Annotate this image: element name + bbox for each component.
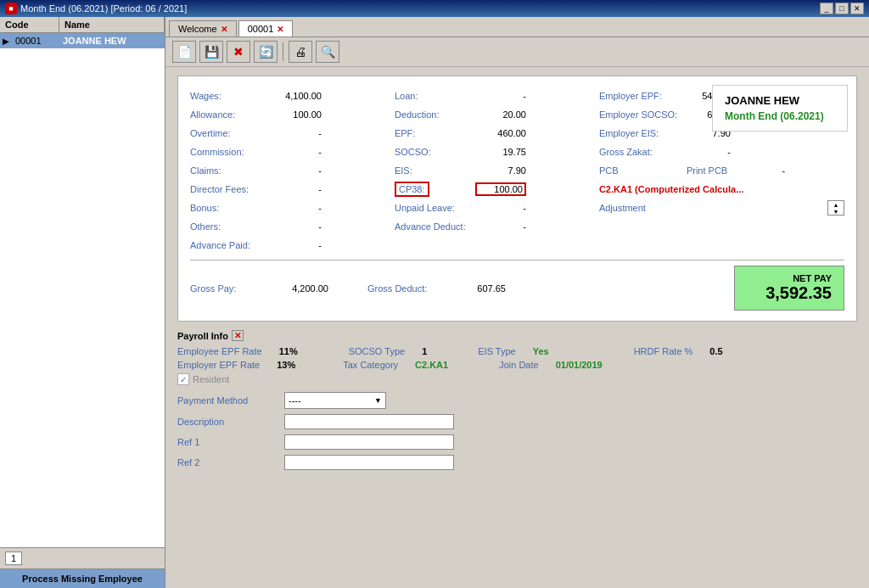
allowance-label: Allowance: (190, 109, 271, 120)
gross-zakat-row: Gross Zakat: - (599, 143, 844, 161)
adjustment-spinner[interactable]: ▲ ▼ (827, 200, 844, 216)
overtime-row: Overtime: - (190, 124, 395, 143)
join-date-label: Join Date (499, 360, 538, 370)
advance-paid-label: Advance Paid: (190, 240, 271, 250)
ref2-label: Ref 2 (177, 457, 279, 468)
restore-button[interactable]: □ (835, 3, 849, 14)
join-date-value: 01/01/2019 (556, 360, 603, 370)
pcb-label[interactable]: PCB (599, 165, 680, 176)
payment-method-value: ---- (289, 395, 301, 406)
advance-deduct-label: Advance Deduct: (395, 221, 475, 232)
col-header-code[interactable]: Code (0, 17, 59, 32)
payroll-info-row1: Employee EPF Rate 11% SOCSO Type 1 EIS T… (177, 346, 857, 356)
spinner-up-icon[interactable]: ▲ (833, 202, 839, 208)
allowance-row: Allowance: 100.00 (190, 105, 395, 124)
cancel-button[interactable]: ✖ (227, 41, 250, 63)
deduction-row: Deduction: 20.00 (395, 105, 599, 124)
minimize-button[interactable]: _ (820, 3, 833, 14)
process-missing-button[interactable]: Process Missing Employee (0, 568, 165, 588)
payroll-separator (190, 260, 844, 260)
socso-type-label: SOCSO Type (349, 346, 405, 356)
socso-value: 19.75 (475, 147, 526, 157)
eis-label: EIS: (395, 165, 475, 176)
employer-epf-label: Employer EPF: (599, 91, 680, 101)
save-button[interactable]: 💾 (199, 41, 223, 63)
c2ka1-row: C2.KA1 (Computerized Calcula... (599, 180, 844, 199)
title-bar: ■ Month End (06.2021) [Period: 06 / 2021… (0, 0, 869, 17)
claims-value: - (271, 165, 322, 176)
left-panel-footer: 1 (0, 547, 165, 568)
socso-type-value: 1 (422, 346, 427, 356)
payroll-info-header: Payroll Info ✕ (177, 330, 857, 341)
tax-category-label: Tax Category (343, 360, 398, 370)
net-pay-amount: 3,592.35 (747, 283, 832, 303)
pcb-value: - (734, 165, 785, 176)
emp-epf-rate-value: 11% (279, 346, 298, 356)
unpaid-leave-label: Unpaid Leave: (395, 203, 475, 213)
unpaid-leave-row: Unpaid Leave: - (395, 199, 599, 217)
net-pay-box: NET PAY 3,592.35 (734, 266, 844, 311)
main-content: JOANNE HEW Month End (06.2021) Wages: 4,… (165, 67, 869, 588)
emp-info-period: Month End (06.2021) (725, 110, 835, 122)
tab-welcome-close[interactable]: ✕ (221, 25, 227, 34)
advance-deduct-row: Advance Deduct: - (395, 217, 599, 236)
preview-button[interactable]: 🔍 (316, 41, 339, 63)
new-button[interactable]: 📄 (172, 41, 196, 63)
claims-row: Claims: - (190, 161, 395, 180)
print-button[interactable]: 🖨 (289, 41, 312, 63)
title-bar-controls: _ □ ✕ (820, 3, 864, 14)
gross-pay-value: 4,200.00 (278, 283, 328, 294)
bonus-value: - (271, 203, 322, 213)
transfer-button[interactable]: 🔄 (254, 41, 278, 63)
others-value: - (271, 221, 322, 232)
tab-welcome[interactable]: Welcome ✕ (169, 20, 237, 36)
cp38-label: CP38: (395, 182, 475, 197)
payroll-info-close[interactable]: ✕ (232, 330, 244, 341)
director-fees-label: Director Fees: (190, 184, 271, 194)
allowance-value: 100.00 (271, 109, 322, 120)
description-input[interactable] (284, 414, 454, 429)
commission-value: - (271, 147, 322, 157)
cp38-row: CP38: 100.00 (395, 180, 599, 199)
others-label: Others: (190, 221, 271, 232)
main-window: ■ Month End (06.2021) [Period: 06 / 2021… (0, 0, 869, 588)
resident-checkbox[interactable]: ✓ (177, 373, 189, 385)
title-bar-text: Month End (06.2021) [Period: 06 / 2021] (20, 3, 187, 14)
bonus-label: Bonus: (190, 203, 271, 213)
overtime-label: Overtime: (190, 128, 271, 138)
others-row: Others: - (190, 217, 395, 236)
gross-deduct-value: 607.65 (455, 283, 506, 294)
cp38-label-highlight: CP38: (395, 182, 429, 197)
advance-paid-row: Advance Paid: - (190, 236, 395, 255)
gross-pay-label: Gross Pay: (190, 283, 271, 294)
employee-code: 00001 (12, 33, 59, 48)
tab-record[interactable]: 00001 ✕ (238, 20, 294, 36)
employee-info-box: JOANNE HEW Month End (06.2021) (712, 85, 848, 132)
overtime-value: - (271, 128, 322, 138)
print-pcb-label[interactable]: Print PCB (687, 165, 727, 176)
left-panel: Code Name ▶ 00001 JOANNE HEW 1 Process M… (0, 17, 165, 588)
payment-method-select[interactable]: ---- ▼ (284, 392, 386, 409)
epf-label: EPF: (395, 128, 475, 138)
gross-row: Gross Pay: 4,200.00 Gross Deduct: 607.65… (190, 266, 844, 311)
close-button[interactable]: ✕ (850, 3, 864, 14)
commission-label: Commission: (190, 147, 271, 157)
description-label: Description (177, 417, 279, 427)
bonus-row: Bonus: - (190, 199, 395, 217)
adjustment-label: Adjustment (599, 203, 680, 213)
spinner-down-icon[interactable]: ▼ (833, 209, 839, 215)
col-header-name[interactable]: Name (59, 17, 165, 32)
tab-record-close[interactable]: ✕ (277, 25, 283, 34)
claims-label: Claims: (190, 165, 271, 176)
wages-label: Wages: (190, 91, 271, 101)
payment-method-arrow: ▼ (374, 396, 382, 405)
loan-row: Loan: - (395, 87, 599, 105)
ref2-input[interactable] (284, 455, 454, 470)
payroll-mid-col: Loan: - Deduction: 20.00 EPF: 460.00 (395, 87, 599, 255)
c2ka1-label[interactable]: C2.KA1 (Computerized Calcula... (599, 184, 744, 194)
toolbar: 📄 💾 ✖ 🔄 🖨 🔍 (165, 37, 869, 67)
employee-row[interactable]: ▶ 00001 JOANNE HEW (0, 33, 165, 48)
ref1-input[interactable] (284, 434, 454, 450)
gross-zakat-value: - (680, 147, 731, 157)
right-panel: Welcome ✕ 00001 ✕ 📄 💾 ✖ 🔄 🖨 🔍 (165, 17, 869, 588)
